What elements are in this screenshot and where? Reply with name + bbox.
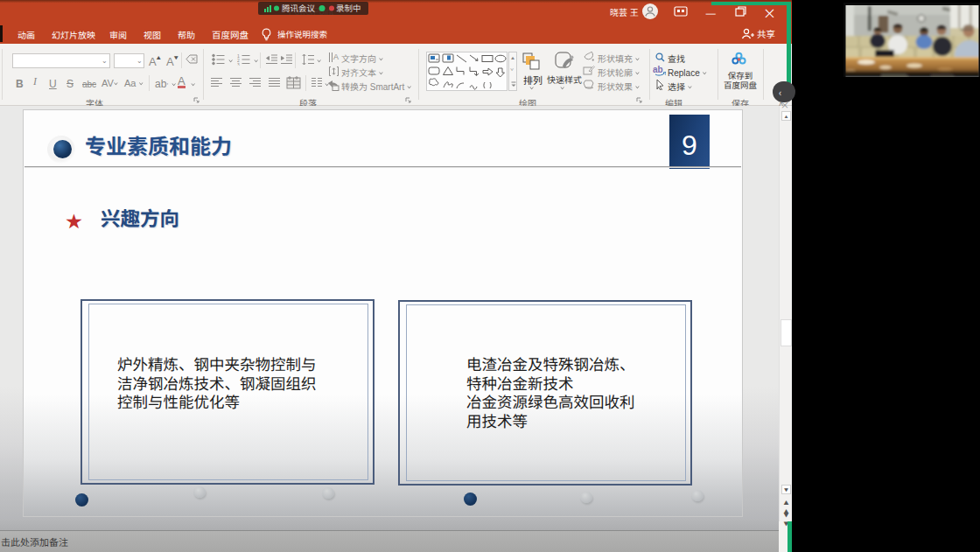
svg-text:A: A xyxy=(333,52,339,62)
svg-text:3: 3 xyxy=(237,61,240,66)
svg-text:ab: ab xyxy=(653,65,663,75)
